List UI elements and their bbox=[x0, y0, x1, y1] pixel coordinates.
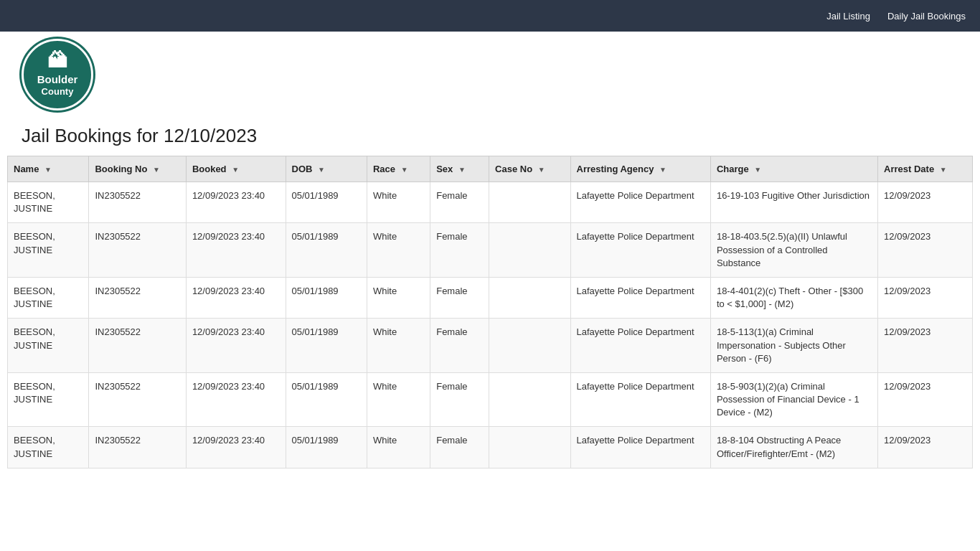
cell-arresting_agency: Lafayette Police Department bbox=[570, 223, 710, 278]
cell-arrest_date: 12/09/2023 bbox=[878, 277, 973, 318]
cell-charge: 18-5-113(1)(a) Criminal Impersonation - … bbox=[710, 319, 877, 373]
cell-booked: 12/09/2023 23:40 bbox=[186, 223, 286, 278]
table-row: BEESON, JUSTINEIN230552212/09/2023 23:40… bbox=[8, 277, 973, 318]
cell-booked: 12/09/2023 23:40 bbox=[186, 427, 286, 468]
col-header-sex[interactable]: Sex ▼ bbox=[430, 156, 489, 182]
cell-sex: Female bbox=[430, 427, 489, 468]
table-row: BEESON, JUSTINEIN230552212/09/2023 23:40… bbox=[8, 223, 973, 278]
cell-booking_no: IN2305522 bbox=[89, 319, 186, 373]
cell-booking_no: IN2305522 bbox=[89, 182, 186, 223]
logo-area: 🏔 Boulder County bbox=[0, 32, 980, 118]
cell-race: White bbox=[367, 427, 430, 468]
cell-dob: 05/01/1989 bbox=[286, 319, 367, 373]
table-header: Name ▼ Booking No ▼ Booked ▼ DOB ▼ Race bbox=[8, 156, 973, 182]
cell-arrest_date: 12/09/2023 bbox=[878, 372, 973, 427]
header-row: Name ▼ Booking No ▼ Booked ▼ DOB ▼ Race bbox=[8, 156, 973, 182]
cell-arresting_agency: Lafayette Police Department bbox=[570, 319, 710, 373]
cell-booking_no: IN2305522 bbox=[89, 372, 186, 427]
cell-race: White bbox=[367, 223, 430, 278]
cell-charge: 18-18-403.5(2.5)(a)(II) Unlawful Possess… bbox=[710, 223, 877, 278]
cell-booking_no: IN2305522 bbox=[89, 427, 186, 468]
top-navigation: Jail Listing Daily Jail Bookings bbox=[0, 0, 980, 32]
cell-race: White bbox=[367, 372, 430, 427]
filter-icon-charge[interactable]: ▼ bbox=[754, 166, 761, 174]
col-header-case-no[interactable]: Case No ▼ bbox=[489, 156, 570, 182]
cell-dob: 05/01/1989 bbox=[286, 277, 367, 318]
cell-arresting_agency: Lafayette Police Department bbox=[570, 277, 710, 318]
cell-arrest_date: 12/09/2023 bbox=[878, 182, 973, 223]
logo-text-county: County bbox=[42, 86, 74, 98]
cell-arrest_date: 12/09/2023 bbox=[878, 319, 973, 373]
table-row: BEESON, JUSTINEIN230552212/09/2023 23:40… bbox=[8, 372, 973, 427]
filter-icon-race[interactable]: ▼ bbox=[401, 166, 408, 174]
cell-name: BEESON, JUSTINE bbox=[8, 319, 89, 373]
cell-dob: 05/01/1989 bbox=[286, 182, 367, 223]
filter-icon-booked[interactable]: ▼ bbox=[232, 166, 239, 174]
cell-sex: Female bbox=[430, 319, 489, 373]
cell-booked: 12/09/2023 23:40 bbox=[186, 277, 286, 318]
filter-icon-booking[interactable]: ▼ bbox=[153, 166, 160, 174]
cell-sex: Female bbox=[430, 223, 489, 278]
cell-name: BEESON, JUSTINE bbox=[8, 427, 89, 468]
mountain-icon: 🏔 bbox=[47, 51, 67, 71]
cell-arresting_agency: Lafayette Police Department bbox=[570, 182, 710, 223]
cell-arrest_date: 12/09/2023 bbox=[878, 427, 973, 468]
cell-race: White bbox=[367, 319, 430, 373]
filter-icon-arrest-date[interactable]: ▼ bbox=[940, 166, 947, 174]
cell-dob: 05/01/1989 bbox=[286, 223, 367, 278]
logo-text-boulder: Boulder bbox=[37, 72, 78, 87]
cell-dob: 05/01/1989 bbox=[286, 427, 367, 468]
table-row: BEESON, JUSTINEIN230552212/09/2023 23:40… bbox=[8, 427, 973, 468]
col-header-booked[interactable]: Booked ▼ bbox=[186, 156, 286, 182]
cell-case_no bbox=[489, 182, 570, 223]
cell-case_no bbox=[489, 427, 570, 468]
cell-booking_no: IN2305522 bbox=[89, 223, 186, 278]
daily-jail-bookings-link[interactable]: Daily Jail Bookings bbox=[887, 11, 966, 22]
cell-booked: 12/09/2023 23:40 bbox=[186, 182, 286, 223]
filter-icon-caseno[interactable]: ▼ bbox=[538, 166, 545, 174]
cell-dob: 05/01/1989 bbox=[286, 372, 367, 427]
cell-charge: 18-5-903(1)(2)(a) Criminal Possession of… bbox=[710, 372, 877, 427]
cell-sex: Female bbox=[430, 372, 489, 427]
cell-booked: 12/09/2023 23:40 bbox=[186, 372, 286, 427]
filter-icon-sex[interactable]: ▼ bbox=[458, 166, 466, 174]
col-header-charge[interactable]: Charge ▼ bbox=[710, 156, 877, 182]
col-header-arrest-date[interactable]: Arrest Date ▼ bbox=[878, 156, 973, 182]
bookings-table-container: Name ▼ Booking No ▼ Booked ▼ DOB ▼ Race bbox=[0, 156, 980, 483]
cell-name: BEESON, JUSTINE bbox=[8, 223, 89, 278]
cell-charge: 18-4-401(2)(c) Theft - Other - [$300 to … bbox=[710, 277, 877, 318]
col-header-name[interactable]: Name ▼ bbox=[8, 156, 89, 182]
col-header-arresting-agency[interactable]: Arresting Agency ▼ bbox=[570, 156, 710, 182]
cell-name: BEESON, JUSTINE bbox=[8, 372, 89, 427]
cell-case_no bbox=[489, 277, 570, 318]
cell-arresting_agency: Lafayette Police Department bbox=[570, 427, 710, 468]
jail-listing-link[interactable]: Jail Listing bbox=[826, 11, 870, 22]
cell-name: BEESON, JUSTINE bbox=[8, 182, 89, 223]
table-row: BEESON, JUSTINEIN230552212/09/2023 23:40… bbox=[8, 319, 973, 373]
cell-race: White bbox=[367, 182, 430, 223]
col-header-booking-no[interactable]: Booking No ▼ bbox=[89, 156, 186, 182]
page-title: Jail Bookings for 12/10/2023 bbox=[0, 118, 980, 156]
cell-case_no bbox=[489, 223, 570, 278]
cell-charge: 18-8-104 Obstructing A Peace Officer/Fir… bbox=[710, 427, 877, 468]
county-logo: 🏔 Boulder County bbox=[22, 39, 93, 110]
cell-race: White bbox=[367, 277, 430, 318]
filter-icon-agency[interactable]: ▼ bbox=[659, 166, 666, 174]
table-row: BEESON, JUSTINEIN230552212/09/2023 23:40… bbox=[8, 182, 973, 223]
cell-name: BEESON, JUSTINE bbox=[8, 277, 89, 318]
cell-booked: 12/09/2023 23:40 bbox=[186, 319, 286, 373]
bookings-table: Name ▼ Booking No ▼ Booked ▼ DOB ▼ Race bbox=[7, 156, 973, 468]
col-header-dob[interactable]: DOB ▼ bbox=[286, 156, 367, 182]
filter-icon-dob[interactable]: ▼ bbox=[318, 166, 325, 174]
cell-sex: Female bbox=[430, 182, 489, 223]
filter-icon-name[interactable]: ▼ bbox=[44, 166, 52, 174]
cell-arresting_agency: Lafayette Police Department bbox=[570, 372, 710, 427]
cell-arrest_date: 12/09/2023 bbox=[878, 223, 973, 278]
cell-case_no bbox=[489, 319, 570, 373]
cell-sex: Female bbox=[430, 277, 489, 318]
cell-booking_no: IN2305522 bbox=[89, 277, 186, 318]
cell-case_no bbox=[489, 372, 570, 427]
table-body: BEESON, JUSTINEIN230552212/09/2023 23:40… bbox=[8, 182, 973, 468]
cell-charge: 16-19-103 Fugitive Other Jurisdiction bbox=[710, 182, 877, 223]
col-header-race[interactable]: Race ▼ bbox=[367, 156, 430, 182]
